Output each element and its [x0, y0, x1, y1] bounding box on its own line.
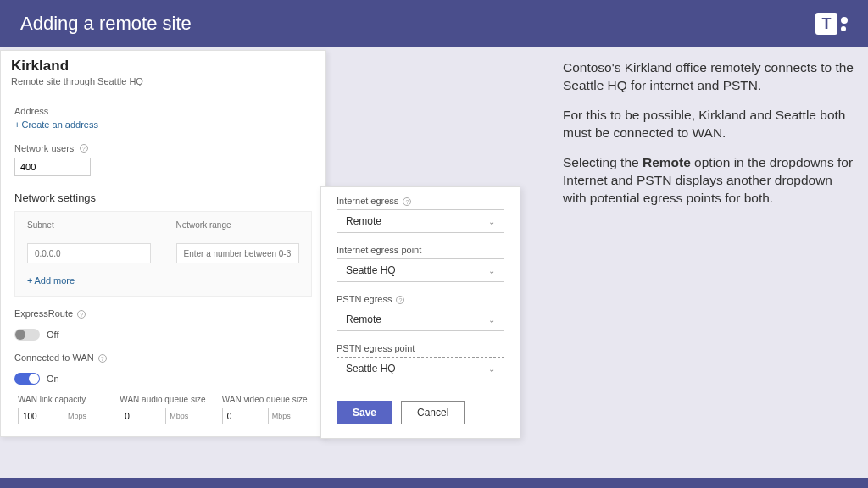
subnet-input[interactable]	[27, 243, 151, 263]
subnet-box: Subnet Network range +Add more	[14, 211, 312, 297]
info-icon[interactable]: ?	[77, 310, 86, 319]
wan-video-label: WAN video queue size	[222, 395, 309, 404]
footer-bar	[0, 478, 868, 488]
mbps-unit: Mbps	[272, 412, 291, 420]
save-button[interactable]: Save	[337, 401, 392, 424]
info-icon[interactable]: ?	[396, 296, 404, 304]
mbps-unit: Mbps	[68, 412, 86, 420]
network-users-label: Network users	[14, 143, 74, 153]
pstn-egress-point-dropdown[interactable]: Seattle HQ ⌄	[337, 357, 504, 380]
wan-link-label: WAN link capacity	[18, 395, 104, 404]
internet-egress-point-dropdown[interactable]: Seattle HQ ⌄	[337, 258, 504, 282]
chevron-down-icon: ⌄	[488, 315, 495, 324]
pstn-egress-dropdown[interactable]: Remote ⌄	[337, 308, 504, 331]
create-address-link[interactable]: +Create an address	[14, 119, 312, 130]
network-range-label: Network range	[176, 220, 300, 230]
egress-panel: Internet egress ? Remote ⌄ Internet egre…	[320, 186, 520, 439]
internet-egress-label: Internet egress	[337, 196, 398, 206]
network-range-input[interactable]	[176, 243, 300, 263]
teams-logo-icon: T	[815, 13, 848, 35]
plus-icon: +	[14, 119, 19, 130]
info-icon[interactable]: ?	[403, 197, 411, 206]
expressroute-toggle[interactable]	[14, 329, 40, 341]
info-icon[interactable]: ?	[80, 144, 88, 152]
slide-header: Adding a remote site T	[0, 0, 868, 47]
explain-p3: Selecting the Remote option in the dropd…	[563, 154, 856, 208]
plus-icon: +	[27, 275, 32, 286]
explain-p2: For this to be possible, Kirkland and Se…	[563, 107, 856, 142]
pstn-egress-point-label: PSTN egress point	[337, 343, 504, 353]
wan-state: On	[47, 374, 59, 384]
explain-p1: Contoso's Kirkland office remotely conne…	[563, 59, 856, 95]
internet-egress-point-label: Internet egress point	[337, 245, 504, 255]
site-settings-panel: Kirkland Remote site through Seattle HQ …	[0, 50, 326, 437]
subnet-label: Subnet	[27, 220, 151, 230]
wan-audio-input[interactable]	[120, 408, 166, 424]
chevron-down-icon: ⌄	[488, 364, 495, 374]
cancel-button[interactable]: Cancel	[401, 401, 465, 424]
chevron-down-icon: ⌄	[488, 266, 495, 275]
site-description: Remote site through Seattle HQ	[11, 76, 315, 86]
network-users-input[interactable]	[14, 158, 91, 176]
mbps-unit: Mbps	[170, 412, 188, 420]
wan-label: Connected to WAN	[14, 352, 94, 363]
wan-video-input[interactable]	[222, 408, 269, 424]
address-label: Address	[14, 106, 312, 116]
slide-title: Adding a remote site	[20, 13, 192, 35]
expressroute-state: Off	[47, 330, 58, 340]
expressroute-label: ExpressRoute	[14, 308, 73, 319]
site-name-heading: Kirkland	[11, 58, 315, 75]
add-more-link[interactable]: +Add more	[27, 275, 299, 286]
internet-egress-dropdown[interactable]: Remote ⌄	[337, 209, 504, 233]
wan-link-input[interactable]	[18, 408, 64, 424]
explanation-text: Contoso's Kirkland office remotely conne…	[563, 59, 856, 219]
network-settings-heading: Network settings	[14, 191, 312, 204]
pstn-egress-label: PSTN egress	[337, 294, 392, 304]
chevron-down-icon: ⌄	[488, 217, 495, 226]
wan-audio-label: WAN audio queue size	[120, 395, 206, 404]
info-icon[interactable]: ?	[98, 354, 107, 363]
wan-toggle[interactable]	[14, 373, 40, 385]
